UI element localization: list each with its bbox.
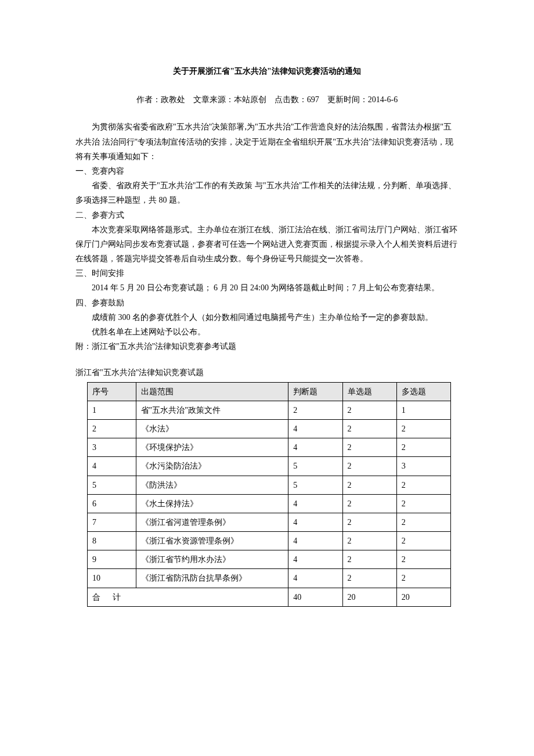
header-index: 序号 <box>88 382 136 401</box>
source-value: 本站原创 <box>234 95 266 104</box>
section-3-body: 2014 年 5 月 20 日公布竞赛试题； 6 月 20 日 24:00 为网… <box>75 280 459 295</box>
cell-single: 2 <box>342 569 396 588</box>
table-row: 8《浙江省水资源管理条例》422 <box>88 532 451 550</box>
table-row: 3《环境保护法》422 <box>88 438 451 457</box>
table-header-row: 序号 出题范围 判断题 单选题 多选题 <box>88 382 451 401</box>
section-1-body: 省委、省政府关于"五水共治"工作的有关政策 与"五水共治"工作相关的法律法规，分… <box>75 178 459 207</box>
cell-multi: 2 <box>396 532 450 550</box>
table-row: 2《水法》422 <box>88 419 451 438</box>
total-judge: 40 <box>288 588 342 606</box>
cell-multi: 1 <box>396 401 450 419</box>
header-multi: 多选题 <box>396 382 450 401</box>
cell-scope: 《浙江省防汛防台抗旱条例》 <box>136 569 288 588</box>
cell-multi: 2 <box>396 569 450 588</box>
table-total-row: 合计402020 <box>88 588 451 606</box>
cell-judge: 4 <box>288 494 342 513</box>
document-meta: 作者：政教处 文章来源：本站原创 点击数：697 更新时间：2014-6-6 <box>75 92 459 107</box>
cell-scope: 省"五水共治"政策文件 <box>136 401 288 419</box>
cell-judge: 4 <box>288 438 342 457</box>
cell-single: 2 <box>342 513 396 531</box>
cell-judge: 4 <box>288 569 342 588</box>
table-row: 6《水土保持法》422 <box>88 494 451 513</box>
cell-idx: 2 <box>88 419 136 438</box>
author-label: 作者： <box>136 95 161 104</box>
cell-idx: 8 <box>88 532 136 550</box>
table-row: 1省"五水共治"政策文件221 <box>88 401 451 419</box>
update-value: 2014-6-6 <box>368 95 398 104</box>
cell-idx: 6 <box>88 494 136 513</box>
cell-single: 2 <box>342 401 396 419</box>
cell-judge: 4 <box>288 550 342 569</box>
header-single: 单选题 <box>342 382 396 401</box>
cell-idx: 4 <box>88 457 136 476</box>
section-4-heading: 四、参赛鼓励 <box>75 296 459 310</box>
cell-single: 2 <box>342 550 396 569</box>
total-label: 合计 <box>88 588 288 606</box>
document-title: 关于开展浙江省"五水共治"法律知识竞赛活动的通知 <box>75 64 459 78</box>
update-label: 更新时间： <box>327 95 368 104</box>
cell-scope: 《浙江省节约用水办法》 <box>136 550 288 569</box>
cell-scope: 《水污染防治法》 <box>136 457 288 476</box>
cell-idx: 9 <box>88 550 136 569</box>
attachment-line: 附：浙江省"五水共治"法律知识竞赛参考试题 <box>75 339 459 354</box>
intro-paragraph: 为贯彻落实省委省政府"五水共治"决策部署,为"五水共治"工作营造良好的法治氛围，… <box>75 120 459 164</box>
cell-judge: 5 <box>288 476 342 494</box>
cell-multi: 2 <box>396 513 450 531</box>
cell-scope: 《浙江省河道管理条例》 <box>136 513 288 531</box>
header-scope: 出题范围 <box>136 382 288 401</box>
table-row: 4《水污染防治法》523 <box>88 457 451 476</box>
document-page: 关于开展浙江省"五水共治"法律知识竞赛活动的通知 作者：政教处 文章来源：本站原… <box>0 0 534 642</box>
section-3-heading: 三、时间安排 <box>75 266 459 280</box>
table-row: 7《浙江省河道管理条例》422 <box>88 513 451 531</box>
total-multi: 20 <box>396 588 450 606</box>
total-single: 20 <box>342 588 396 606</box>
cell-multi: 3 <box>396 457 450 476</box>
cell-single: 2 <box>342 457 396 476</box>
cell-single: 2 <box>342 476 396 494</box>
section-2-heading: 二、参赛方式 <box>75 208 459 222</box>
cell-scope: 《水法》 <box>136 419 288 438</box>
cell-judge: 4 <box>288 532 342 550</box>
cell-scope: 《浙江省水资源管理条例》 <box>136 532 288 550</box>
cell-multi: 2 <box>396 419 450 438</box>
cell-idx: 5 <box>88 476 136 494</box>
author-value: 政教处 <box>161 95 185 104</box>
cell-idx: 3 <box>88 438 136 457</box>
section-2-body: 本次竞赛采取网络答题形式。主办单位在浙江在线、浙江法治在线、浙江省司法厅门户网站… <box>75 222 459 267</box>
source-label: 文章来源： <box>193 95 234 104</box>
cell-multi: 2 <box>396 438 450 457</box>
cell-single: 2 <box>342 419 396 438</box>
cell-multi: 2 <box>396 476 450 494</box>
cell-multi: 2 <box>396 494 450 513</box>
cell-judge: 4 <box>288 513 342 531</box>
table-row: 9《浙江省节约用水办法》422 <box>88 550 451 569</box>
cell-multi: 2 <box>396 550 450 569</box>
section-4-body-2: 优胜名单在上述网站予以公布。 <box>75 325 459 339</box>
section-1-heading: 一、竞赛内容 <box>75 164 459 178</box>
cell-single: 2 <box>342 494 396 513</box>
cell-scope: 《防洪法》 <box>136 476 288 494</box>
header-judge: 判断题 <box>288 382 342 401</box>
cell-idx: 7 <box>88 513 136 531</box>
cell-judge: 5 <box>288 457 342 476</box>
hits-label: 点击数： <box>275 95 307 104</box>
cell-judge: 2 <box>288 401 342 419</box>
cell-single: 2 <box>342 532 396 550</box>
cell-idx: 1 <box>88 401 136 419</box>
table-row: 10《浙江省防汛防台抗旱条例》422 <box>88 569 451 588</box>
cell-scope: 《环境保护法》 <box>136 438 288 457</box>
hits-value: 697 <box>307 95 319 104</box>
cell-scope: 《水土保持法》 <box>136 494 288 513</box>
cell-judge: 4 <box>288 419 342 438</box>
table-body: 1省"五水共治"政策文件2212《水法》4223《环境保护法》4224《水污染防… <box>88 401 451 606</box>
section-4-body-1: 成绩前 300 名的参赛优胜个人（如分数相同通过电脑摇号产生）主办单位给予一定的… <box>75 310 459 325</box>
question-table: 序号 出题范围 判断题 单选题 多选题 1省"五水共治"政策文件2212《水法》… <box>87 382 451 607</box>
table-title: 浙江省"五水共治"法律知识竞赛试题 <box>75 365 459 380</box>
cell-single: 2 <box>342 438 396 457</box>
cell-idx: 10 <box>88 569 136 588</box>
table-row: 5《防洪法》522 <box>88 476 451 494</box>
